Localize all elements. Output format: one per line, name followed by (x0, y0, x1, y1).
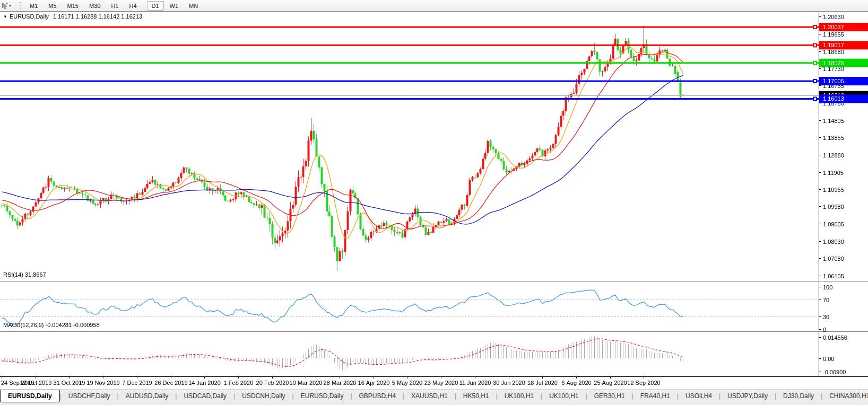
chart-tab-audusd-daily[interactable]: AUDUSD,Daily (119, 390, 176, 402)
chart-tab-ger30-h1[interactable]: GER30,H1 (587, 390, 632, 402)
rsi-indicator-label: RSI(14) 31.8667 (3, 271, 46, 278)
timeframe-toolbar: ▾ M1M5M15M30H1H4D1W1MN (0, 0, 868, 12)
chart-tab-bar: EURUSD,Daily|USDCHF,Daily|AUDUSD,Daily|U… (0, 390, 868, 405)
chart-tab-usoil-h4[interactable]: USOil,H4 (679, 390, 719, 402)
chart-tab-usdcad-daily[interactable]: USDCAD,Daily (177, 390, 233, 402)
chart-tab-eurusd-daily[interactable]: EURUSD,Daily (0, 390, 60, 402)
symbol-collapse-icon[interactable]: ▼ (3, 14, 7, 19)
timeframe-button-m30[interactable]: M30 (84, 1, 105, 11)
chart-title-ohlc: 1.16171 1.16288 1.16142 1.16213 (53, 13, 142, 20)
chart-tab-xauusd-h1[interactable]: XAUUSD,H1 (404, 390, 455, 402)
chart-window: ▼EURUSD,Daily1.16171 1.16288 1.16142 1.1… (0, 12, 868, 390)
timeframe-button-w1[interactable]: W1 (165, 1, 184, 11)
cursor-tool-dropdown-icon[interactable]: ▾ (9, 3, 11, 8)
timeframe-button-mn[interactable]: MN (184, 1, 203, 11)
toolbar-separator (15, 2, 15, 10)
timeframe-button-h1[interactable]: H1 (106, 1, 123, 11)
chart-tab-dj30-daily[interactable]: DJ30,Daily (776, 390, 821, 402)
toolbar-drag-grip[interactable] (20, 2, 21, 10)
timeframe-button-h4[interactable]: H4 (124, 1, 141, 11)
timeframe-buttons: M1M5M15M30H1H4D1W1MN (24, 3, 203, 9)
timeframe-button-m1[interactable]: M1 (25, 1, 42, 11)
chart-tab-uk100-h1[interactable]: UK100,H1 (498, 390, 541, 402)
chart-title: ▼EURUSD,Daily1.16171 1.16288 1.16142 1.1… (3, 13, 142, 20)
chart-tab-uk100-h1[interactable]: UK100,H1 (542, 390, 585, 402)
chart-tab-eurusd-daily[interactable]: EURUSD,Daily (294, 390, 351, 402)
macd-indicator-label: MACD(12,26,9) -0.004281 -0.000958 (3, 322, 100, 328)
chart-tab-fra40-h1[interactable]: FRA40,H1 (633, 390, 677, 402)
timeframe-button-m15[interactable]: M15 (63, 1, 83, 11)
chart-tab-usdjpy-daily[interactable]: USDJPY,Daily (721, 390, 775, 402)
chart-title-symbol: EURUSD,Daily (10, 13, 49, 20)
mt4-terminal: { "toolbar": { "cursor_tool_icon": "cros… (0, 0, 868, 405)
chart-tab-hk50-h1[interactable]: HK50,H1 (456, 390, 496, 402)
chart-tab-usdcnh-daily[interactable]: USDCNH,Daily (235, 390, 292, 402)
chart-tab-gbpusd-h4[interactable]: GBPUSD,H4 (352, 390, 403, 402)
timeframe-button-m5[interactable]: M5 (44, 1, 61, 11)
chart-tabs: EURUSD,Daily|USDCHF,Daily|AUDUSD,Daily|U… (0, 390, 868, 402)
chart-tab-china300-h1[interactable]: CHINA300,H1 (822, 390, 868, 402)
price-chart-canvas[interactable] (0, 12, 868, 390)
chart-tab-usdchf-daily[interactable]: USDCHF,Daily (62, 390, 117, 402)
crosshair-cursor-icon[interactable] (1, 2, 8, 10)
timeframe-button-d1[interactable]: D1 (147, 1, 164, 11)
